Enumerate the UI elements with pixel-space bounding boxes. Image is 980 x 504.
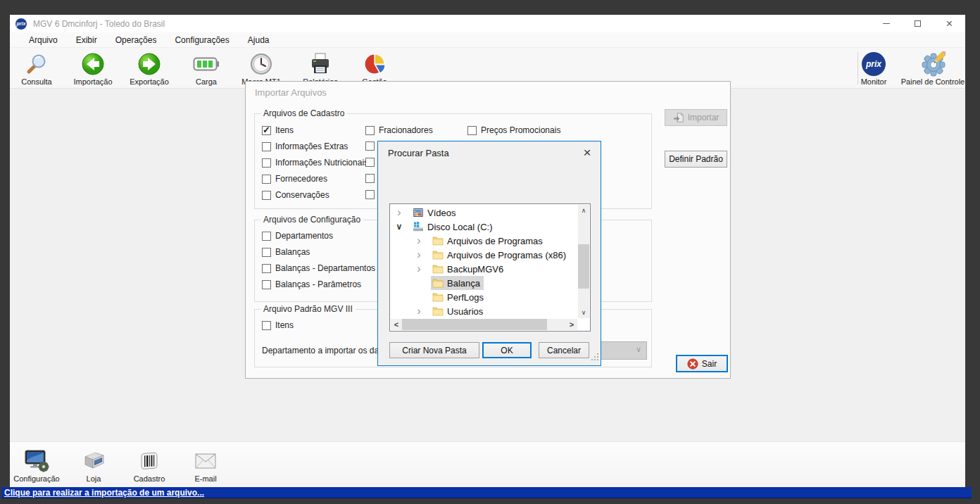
checkbox-box[interactable] [365, 190, 375, 199]
toolbar-monitor[interactable]: prix Monitor [846, 51, 902, 86]
checkbox-box[interactable] [262, 191, 271, 200]
prix-logo-icon: prix [846, 51, 902, 77]
toolbar-label: Importação [65, 77, 121, 86]
definir-padrao-button[interactable]: Definir Padrão [665, 151, 727, 168]
chevron-down-icon[interactable]: ∨ [394, 222, 404, 231]
checkbox-box[interactable] [262, 248, 271, 257]
cancelar-button[interactable]: Cancelar [539, 342, 589, 358]
toolbar-exportacao[interactable]: Exportação [121, 51, 177, 86]
checkbox-box[interactable] [365, 158, 375, 167]
folder-icon [432, 235, 444, 246]
toolbar-consulta[interactable]: Consulta [8, 51, 65, 86]
checkbox-box[interactable] [467, 126, 477, 135]
minimize-button[interactable] [870, 15, 902, 32]
restore-icon [915, 20, 921, 27]
close-icon: × [583, 146, 591, 159]
statusbar-hint: Clique para realizar a importação de um … [4, 488, 204, 498]
menu-operacoes[interactable]: Operações [106, 35, 166, 45]
folder-browser-dialog: Procurar Pasta × › Vídeos ∨ Disco Local … [377, 141, 601, 366]
checkbox-box[interactable] [262, 264, 271, 273]
desktop: prix MGV 6 Dmcinforj - Toledo do Brasil … [0, 0, 980, 504]
resize-grip[interactable] [591, 351, 598, 363]
ok-button[interactable]: OK [482, 342, 532, 358]
close-button[interactable]: × [934, 15, 965, 32]
checkbox-box[interactable] [262, 280, 271, 289]
scroll-right-icon[interactable]: > [566, 319, 577, 330]
checkbox-box[interactable] [262, 175, 271, 184]
checkbox-box[interactable] [262, 158, 271, 168]
checkbox-conservacoes[interactable]: Conservações [262, 190, 329, 200]
checkbox-balancas-departamentos[interactable]: Balanças - Departamentos Ass [262, 263, 391, 273]
checkbox-box[interactable] [262, 142, 271, 151]
checkbox-balancas-parametros[interactable]: Balanças - Parâmetros [262, 279, 361, 289]
toolbar-label: Painel de Controle [894, 77, 972, 86]
menu-configuracoes[interactable]: Configurações [165, 35, 238, 45]
chevron-right-icon[interactable]: › [414, 235, 424, 246]
menu-exibir[interactable]: Exibir [67, 35, 106, 45]
checkbox-balancas[interactable]: Balanças [262, 247, 310, 257]
toolbar-loja[interactable]: Loja [65, 448, 122, 483]
scroll-left-icon[interactable]: < [391, 319, 402, 330]
tree-item-videos[interactable]: › Vídeos [391, 206, 577, 220]
tree-item-usuarios[interactable]: › Usuários [391, 304, 577, 318]
toolbar-importacao[interactable]: Importação [65, 51, 121, 86]
monitor-gear-icon [8, 448, 65, 474]
checkbox-itens-mgv3[interactable]: Itens [262, 320, 294, 330]
checkbox-departamentos[interactable]: Departamentos [262, 231, 333, 241]
criar-nova-pasta-button[interactable]: Criar Nova Pasta [389, 342, 479, 358]
importar-button[interactable]: Importar [665, 109, 727, 126]
tree-item-backupmgv6[interactable]: › BackupMGV6 [391, 262, 577, 276]
close-button[interactable]: × [579, 144, 595, 160]
sair-button[interactable]: Sair [676, 355, 728, 372]
toolbar-label: Configuração [8, 474, 65, 483]
scroll-up-icon[interactable]: ∧ [578, 205, 589, 216]
toolbar-configuracao[interactable]: Configuração [8, 448, 65, 483]
scroll-down-icon[interactable]: ∨ [578, 307, 589, 318]
chevron-right-icon[interactable]: › [414, 263, 424, 275]
folder-icon [432, 263, 444, 275]
printer-icon [292, 51, 348, 77]
checkbox-itens[interactable]: Itens [262, 125, 294, 135]
menu-arquivo[interactable]: Arquivo [20, 35, 67, 45]
toolbar-label: Carga [178, 77, 234, 86]
vertical-scrollbar[interactable]: ∧ ∨ [578, 205, 589, 318]
gear-pencil-icon [894, 51, 972, 77]
checkbox-informacoes-extras[interactable]: Informações Extras [262, 141, 348, 151]
tree-item-perflogs[interactable]: PerfLogs [391, 290, 577, 304]
scrollbar-thumb[interactable] [402, 319, 547, 330]
checkbox-fornecedores[interactable]: Fornecedores [262, 174, 327, 184]
chevron-right-icon[interactable]: › [394, 207, 404, 218]
red-x-circle-icon [687, 358, 698, 370]
checkbox-box[interactable] [262, 232, 271, 241]
disk-icon [413, 221, 424, 232]
checkbox-box[interactable] [262, 321, 271, 330]
checkbox-box[interactable] [365, 174, 375, 183]
tree-item-arquivos-de-programas-x86[interactable]: › Arquivos de Programas (x86) [391, 248, 577, 262]
group-label: Arquivos de Cadastro [260, 108, 347, 118]
tree-item-arquivos-de-programas[interactable]: › Arquivos de Programas [391, 234, 577, 248]
checkbox-box[interactable] [262, 126, 271, 135]
toolbar-label: Loja [65, 474, 122, 483]
toolbar-carga[interactable]: Carga [178, 51, 234, 86]
tree-item-disco-local-c[interactable]: ∨ Disco Local (C:) [391, 220, 577, 234]
restore-button[interactable] [902, 15, 934, 32]
checkbox-box[interactable] [365, 126, 375, 135]
checkbox-precos-promocionais[interactable]: Preços Promocionais [467, 125, 560, 135]
menu-ajuda[interactable]: Ajuda [239, 35, 279, 45]
toolbar-email[interactable]: E-mail [177, 448, 234, 483]
tree-item-balanca[interactable]: Balança [391, 276, 577, 290]
horizontal-scrollbar[interactable]: < > [391, 319, 577, 330]
checkbox-informacoes-nutricionais[interactable]: Informações Nutricionais [262, 158, 368, 168]
folder-icon [432, 291, 444, 303]
menubar: Arquivo Exibir Operações Configurações A… [10, 32, 965, 48]
chevron-right-icon[interactable]: › [414, 249, 424, 260]
chevron-right-icon[interactable]: › [414, 305, 424, 317]
checkbox-fracionadores[interactable]: Fracionadores [365, 125, 433, 135]
scrollbar-thumb[interactable] [578, 244, 589, 289]
selected-tree-item[interactable]: Balança [431, 276, 484, 290]
checkbox-box[interactable] [365, 141, 375, 151]
toolbar-cadastro[interactable]: Cadastro [121, 448, 177, 483]
toolbar-label: Exportação [121, 77, 177, 86]
toolbar-label: E-mail [177, 474, 234, 483]
toolbar-painel-de-controle[interactable]: Painel de Controle [894, 51, 972, 86]
